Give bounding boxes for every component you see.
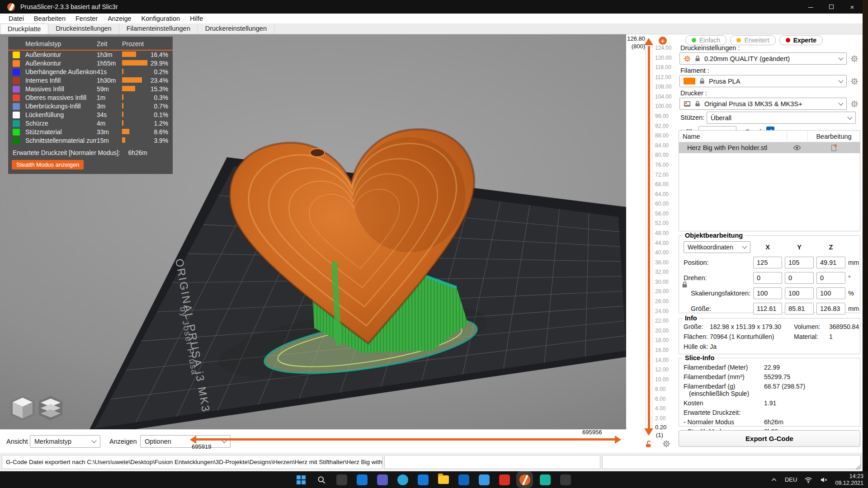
- edge-icon[interactable]: [396, 474, 409, 486]
- mode-button-experte[interactable]: Experte: [779, 35, 823, 45]
- mail-icon[interactable]: [478, 474, 490, 486]
- status-bar: G-Code Datei exportiert nach C:\Users\uw…: [0, 453, 863, 471]
- printer-gear-button[interactable]: [850, 100, 859, 108]
- close-button[interactable]: ×: [842, 0, 863, 14]
- info-volume-label: Volumen:: [794, 323, 829, 330]
- menu-item[interactable]: Konfiguration: [137, 14, 185, 23]
- print-settings-gear-button[interactable]: [850, 55, 859, 63]
- view-combo[interactable]: Merkmalstyp: [30, 435, 100, 448]
- filament-combo[interactable]: Prusa PLA: [679, 75, 847, 87]
- tab-druckplatte[interactable]: Druckplatte: [0, 23, 48, 34]
- menu-item[interactable]: Anzeige: [103, 14, 136, 23]
- gcode-slider-right-handle[interactable]: [615, 436, 621, 444]
- menu-item[interactable]: Bearbeiten: [29, 14, 71, 23]
- object-table-col-visibility: [787, 131, 807, 142]
- slice-info-sublabel: (einschließlich Spule): [684, 390, 764, 397]
- manip-input-x[interactable]: [753, 303, 782, 314]
- view-solid-button[interactable]: [11, 396, 34, 420]
- layer-tick: 48.00: [655, 230, 676, 236]
- layer-slider-upper-handle[interactable]: [644, 38, 653, 45]
- printer-combo[interactable]: Original Prusa i3 MK3S & MK3S+: [679, 98, 847, 110]
- photos-icon[interactable]: [539, 474, 551, 486]
- layer-slider-lower-handle[interactable]: [644, 428, 653, 436]
- mode-button-erweitert[interactable]: Erweitert: [730, 35, 775, 45]
- manip-input-x[interactable]: [753, 287, 782, 299]
- slice-info-panel: Slice-Info Filamentbedarf (Meter)22.99Fi…: [679, 358, 860, 427]
- layer-tick: 56.00: [655, 211, 676, 216]
- show-combo[interactable]: Optionen: [140, 435, 231, 448]
- legend-col-percent: Prozent: [122, 40, 168, 47]
- filament-gear-button[interactable]: [850, 77, 859, 85]
- stealth-mode-button[interactable]: Stealth Modus anzeigen: [12, 160, 84, 169]
- dark-app-icon[interactable]: [559, 474, 571, 486]
- object-row[interactable]: Herz Big with Pen holder.stl: [679, 142, 860, 153]
- legend-time-value: 4m: [97, 120, 122, 127]
- print-settings-combo[interactable]: 0.20mm QUALITY (geändert): [679, 52, 847, 65]
- object-visibility-cell[interactable]: [787, 144, 807, 152]
- export-gcode-button[interactable]: Export G-Code: [679, 430, 860, 447]
- red-app-icon[interactable]: [498, 474, 510, 486]
- wifi-icon[interactable]: [804, 476, 812, 484]
- 3d-viewport[interactable]: ORIGINAL PRUSA i3 MK3 by Josef Prusa: [0, 34, 626, 429]
- layer-tick: 100.00: [655, 103, 676, 109]
- manip-input-z[interactable]: [816, 303, 845, 314]
- supports-combo[interactable]: Überall: [707, 112, 856, 124]
- add-layer-range-button[interactable]: +: [659, 37, 667, 45]
- tab-druckereinstellungen[interactable]: Druckereinstellungen: [198, 23, 274, 34]
- manip-input-y[interactable]: [785, 303, 814, 314]
- slider-unlock-icon[interactable]: [644, 440, 653, 449]
- maximize-button[interactable]: [821, 0, 842, 14]
- manip-input-x[interactable]: [753, 257, 782, 268]
- manip-input-y[interactable]: [785, 287, 814, 299]
- resize-grip[interactable]: [855, 464, 861, 469]
- task-view-icon[interactable]: [335, 474, 348, 486]
- eye-icon[interactable]: [793, 144, 801, 152]
- manip-input-x[interactable]: [753, 272, 782, 284]
- manip-input-z[interactable]: [816, 287, 845, 299]
- clock[interactable]: 14:23 09.12.2021: [835, 473, 863, 487]
- manip-input-y[interactable]: [785, 257, 814, 268]
- tab-filamenteinstellungen[interactable]: Filamenteinstellungen: [119, 23, 198, 34]
- menu-item[interactable]: Fenster: [71, 14, 103, 23]
- object-edit-cell[interactable]: [807, 144, 860, 152]
- teams-icon[interactable]: [376, 474, 388, 486]
- manip-input-z[interactable]: [816, 272, 845, 284]
- view-layers-button[interactable]: [39, 396, 62, 420]
- volume-muted-icon[interactable]: [820, 476, 828, 484]
- object-table-rows: Herz Big with Pen holder.stl: [679, 142, 860, 153]
- supports-label: Stützen:: [680, 114, 704, 121]
- chevron-down-icon: [838, 100, 843, 105]
- layer-tick: 44.00: [655, 240, 676, 246]
- layer-tick: 112.00: [655, 75, 676, 80]
- mode-button-einfach[interactable]: Einfach: [685, 35, 727, 45]
- layer-tick: 14.00: [655, 357, 676, 363]
- outlook-icon[interactable]: [458, 474, 470, 486]
- legend-feature-label: Außenkontur: [25, 52, 97, 58]
- edit-object-icon[interactable]: [830, 144, 838, 152]
- menu-item[interactable]: Datei: [4, 14, 29, 23]
- slider-gear-icon[interactable]: [662, 440, 670, 448]
- gcode-slider-start-label: 695919: [192, 443, 211, 450]
- gcode-slider-track[interactable]: [196, 438, 615, 441]
- search-icon[interactable]: [315, 474, 327, 486]
- widgets-icon[interactable]: [356, 474, 368, 486]
- start-icon[interactable]: [295, 474, 307, 486]
- coordinate-system-combo[interactable]: Weltkoordinaten: [684, 241, 750, 253]
- prusaslicer-icon[interactable]: [519, 474, 531, 486]
- chevron-up-icon[interactable]: [770, 476, 778, 483]
- manip-input-y[interactable]: [785, 272, 814, 284]
- layer-slider-bar[interactable]: [648, 46, 650, 428]
- legend-percent-bar: [122, 52, 148, 58]
- file-explorer-icon[interactable]: [437, 474, 449, 486]
- gcode-slider-left-handle[interactable]: [190, 436, 196, 444]
- minimize-button[interactable]: ─: [800, 0, 821, 14]
- language-indicator[interactable]: DEU: [785, 476, 797, 483]
- store-icon[interactable]: [417, 474, 429, 486]
- layer-slider-top-count: (800): [626, 43, 645, 50]
- legend-row: Außenkontur1h3m16.4%: [8, 51, 173, 59]
- legend-feature-label: Überhängende Außenkontur: [25, 69, 97, 75]
- menu-item[interactable]: Hilfe: [185, 14, 208, 23]
- manip-input-z[interactable]: [816, 257, 845, 268]
- legend-time-value: 1h3m: [97, 52, 122, 58]
- tab-druckeinstellungen[interactable]: Druckeinstellungen: [48, 23, 119, 34]
